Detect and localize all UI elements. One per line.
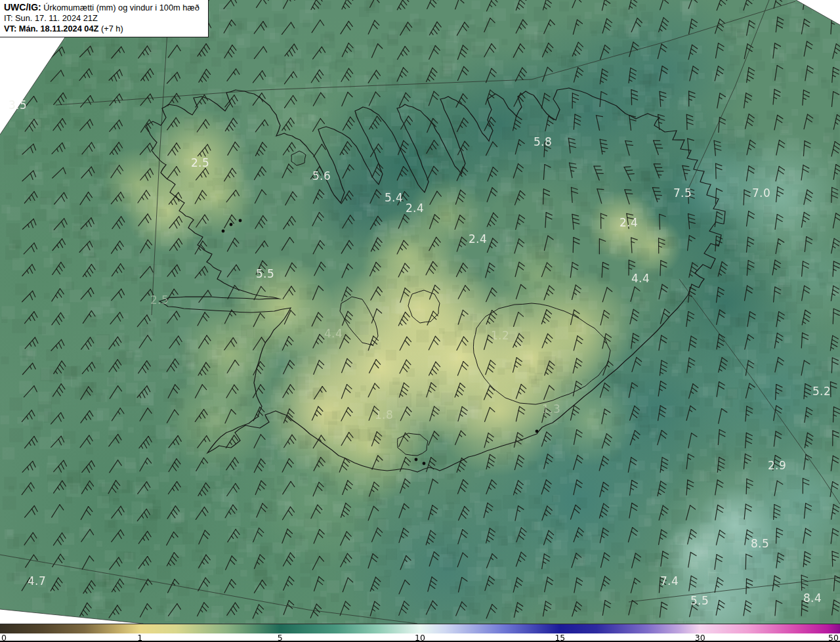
colorbar-tick-label: 10: [415, 633, 425, 642]
valid-time-offset: (+7 h): [98, 24, 123, 33]
colorbar-tick-label: 0: [1, 633, 7, 642]
title-line-valid-time: VT: Mán. 18.11.2024 04Z (+7 h): [4, 24, 203, 34]
colorbar-tick-label: 30: [695, 633, 705, 642]
title-line-init-time: IT: Sun. 17. 11. 2024 21Z: [4, 13, 203, 24]
colorbar-tick-label: 15: [555, 633, 565, 642]
colorbar-tick-label: 5: [278, 633, 283, 642]
valid-time-label: VT: Mán. 18.11.2024 04Z: [4, 24, 98, 33]
model-label: UWC/IG:: [4, 2, 41, 12]
weather-map: 3.52.55.65.42.45.87.57.02.42.45.54.45.22…: [0, 0, 840, 642]
forecast-title-box: UWC/IG: Úrkomumætti (mm) og vindur i 100…: [0, 0, 209, 37]
colorbar-tick-labels: 01510153050: [0, 633, 840, 641]
colorbar-gradient-strip: [0, 624, 840, 633]
model-description: Úrkomumætti (mm) og vindur i 100m hæð: [41, 3, 200, 12]
title-line-model: UWC/IG: Úrkomumætti (mm) og vindur i 100…: [4, 2, 203, 13]
colorbar-tick-label: 1: [137, 633, 142, 642]
colorbar-tick-label: 50: [828, 633, 839, 642]
map-canvas: [0, 0, 840, 624]
precipitation-colorbar: 01510153050: [0, 624, 840, 642]
